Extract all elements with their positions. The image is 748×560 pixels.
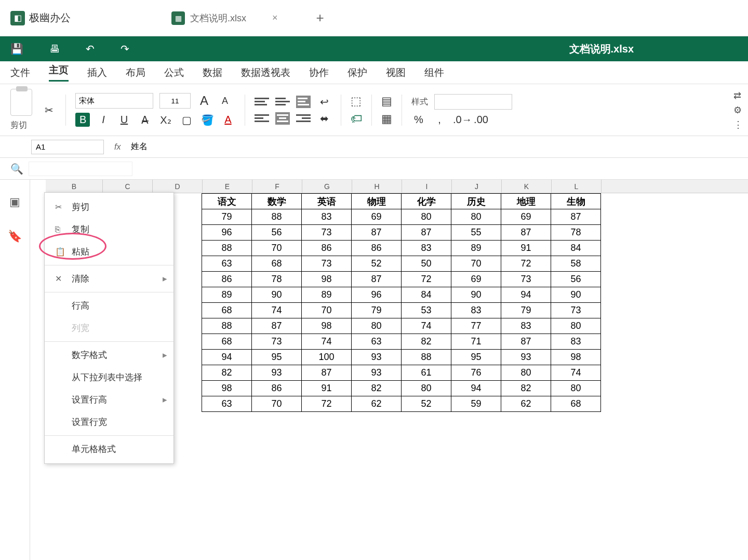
table-cell[interactable]: 90 (551, 287, 601, 303)
wrap-text-button[interactable]: ↩ (317, 96, 331, 108)
table-cell[interactable]: 84 (402, 287, 451, 303)
table-cell[interactable]: 72 (402, 272, 451, 287)
col-header-J[interactable]: J (452, 180, 502, 193)
col-header-H[interactable]: H (352, 180, 402, 193)
merge-button[interactable]: ⬌ (317, 112, 331, 125)
table-cell[interactable]: 89 (302, 287, 352, 303)
table-cell[interactable]: 82 (202, 365, 252, 381)
table-cell[interactable]: 95 (252, 350, 302, 365)
table-header[interactable]: 历史 (451, 194, 501, 209)
ctx-clear[interactable]: ✕清除▸ (45, 268, 173, 290)
table-header[interactable]: 地理 (501, 194, 551, 209)
table-header[interactable]: 英语 (302, 194, 352, 209)
bold-button[interactable]: B (75, 113, 90, 127)
col-header-L[interactable]: L (552, 180, 602, 193)
table-cell[interactable]: 98 (551, 350, 601, 365)
menu-数据透视表[interactable]: 数据透视表 (241, 66, 290, 79)
italic-button[interactable]: I (96, 114, 111, 126)
ctx-paste[interactable]: 📋粘贴 (45, 241, 173, 263)
table-cell[interactable]: 71 (451, 334, 501, 350)
table-cell[interactable]: 84 (551, 241, 601, 256)
cell-format-icon[interactable]: ▤ (381, 95, 392, 108)
table-cell[interactable]: 87 (551, 209, 601, 225)
table-row[interactable]: 8887988074778380 (202, 318, 601, 334)
insert-cells-icon[interactable]: ⬚ (351, 95, 362, 108)
table-cell[interactable]: 80 (352, 318, 402, 334)
font-color-button[interactable]: A (221, 114, 235, 126)
table-cell[interactable]: 87 (302, 365, 352, 381)
table-cell[interactable]: 82 (402, 334, 451, 350)
table-cell[interactable]: 86 (352, 241, 402, 256)
table-cell[interactable]: 59 (451, 396, 501, 412)
table-cell[interactable]: 87 (352, 225, 402, 241)
table-cell[interactable]: 70 (302, 303, 352, 318)
table-cell[interactable]: 91 (302, 381, 352, 396)
clear-format-button[interactable]: X₂ (158, 114, 173, 126)
new-tab-button[interactable]: + (316, 10, 324, 26)
table-row[interactable]: 9656738787558778 (202, 225, 601, 241)
col-header-E[interactable]: E (203, 180, 252, 193)
table-cell[interactable]: 79 (202, 209, 252, 225)
table-row[interactable]: 6874707953837973 (202, 303, 601, 318)
table-cell[interactable]: 79 (501, 303, 551, 318)
table-cell[interactable]: 94 (501, 287, 551, 303)
font-size-select[interactable] (159, 93, 191, 109)
menu-数据[interactable]: 数据 (203, 66, 222, 79)
table-cell[interactable]: 93 (501, 350, 551, 365)
undo-icon[interactable]: ↶ (86, 43, 95, 55)
table-cell[interactable]: 56 (252, 225, 302, 241)
table-cell[interactable]: 62 (501, 396, 551, 412)
table-row[interactable]: 6368735250707258 (202, 256, 601, 272)
table-format-icon[interactable]: ▦ (381, 112, 392, 126)
ctx-merge-cells[interactable]: 设置行宽 (45, 411, 173, 433)
table-cell[interactable]: 73 (501, 272, 551, 287)
table-cell[interactable]: 69 (352, 209, 402, 225)
table-cell[interactable]: 77 (451, 318, 501, 334)
fx-icon[interactable]: fx (114, 142, 121, 152)
table-cell[interactable]: 83 (501, 318, 551, 334)
table-cell[interactable]: 90 (252, 287, 302, 303)
table-cell[interactable]: 80 (402, 381, 451, 396)
table-cell[interactable]: 62 (352, 396, 402, 412)
outline-icon[interactable]: ▣ (9, 195, 20, 209)
ctx-dropdown-select[interactable]: 从下拉列表中选择 (45, 366, 173, 389)
menu-保护[interactable]: 保护 (348, 66, 367, 79)
table-cell[interactable]: 88 (202, 318, 252, 334)
ctx-row-height[interactable]: 行高 (45, 295, 173, 317)
border-button[interactable]: ▢ (179, 114, 194, 126)
table-cell[interactable]: 96 (352, 287, 402, 303)
table-cell[interactable]: 80 (501, 365, 551, 381)
table-cell[interactable]: 63 (202, 396, 252, 412)
strikethrough-button[interactable]: A̶ (138, 114, 152, 126)
table-cell[interactable]: 87 (501, 334, 551, 350)
table-cell[interactable]: 87 (252, 318, 302, 334)
table-row[interactable]: 94951009388959398 (202, 350, 601, 365)
table-cell[interactable]: 80 (402, 209, 451, 225)
table-cell[interactable]: 53 (402, 303, 451, 318)
paste-icon[interactable] (10, 89, 32, 116)
table-cell[interactable]: 91 (501, 241, 551, 256)
table-header[interactable]: 语文 (202, 194, 252, 209)
col-header-D[interactable]: D (153, 180, 203, 193)
format-painter-icon[interactable]: ✂ (42, 104, 56, 116)
table-cell[interactable]: 68 (202, 303, 252, 318)
table-cell[interactable]: 74 (252, 303, 302, 318)
col-header-K[interactable]: K (502, 180, 552, 193)
ctx-set-rowcol[interactable]: 设置行高▸ (45, 389, 173, 411)
align-left-button[interactable] (255, 112, 269, 125)
table-cell[interactable]: 83 (402, 241, 451, 256)
table-cell[interactable]: 73 (302, 225, 352, 241)
comma-button[interactable]: , (432, 114, 447, 126)
table-cell[interactable]: 74 (551, 365, 601, 381)
table-cell[interactable]: 89 (202, 287, 252, 303)
table-cell[interactable]: 98 (302, 318, 352, 334)
increase-decimal-button[interactable]: .0→ (453, 114, 468, 126)
table-cell[interactable]: 80 (551, 381, 601, 396)
table-cell[interactable]: 80 (451, 209, 501, 225)
redo-icon[interactable]: ↷ (121, 43, 129, 55)
table-cell[interactable]: 69 (501, 209, 551, 225)
table-cell[interactable]: 73 (551, 303, 601, 318)
table-cell[interactable]: 61 (402, 365, 451, 381)
table-cell[interactable]: 70 (451, 256, 501, 272)
table-cell[interactable]: 70 (252, 396, 302, 412)
